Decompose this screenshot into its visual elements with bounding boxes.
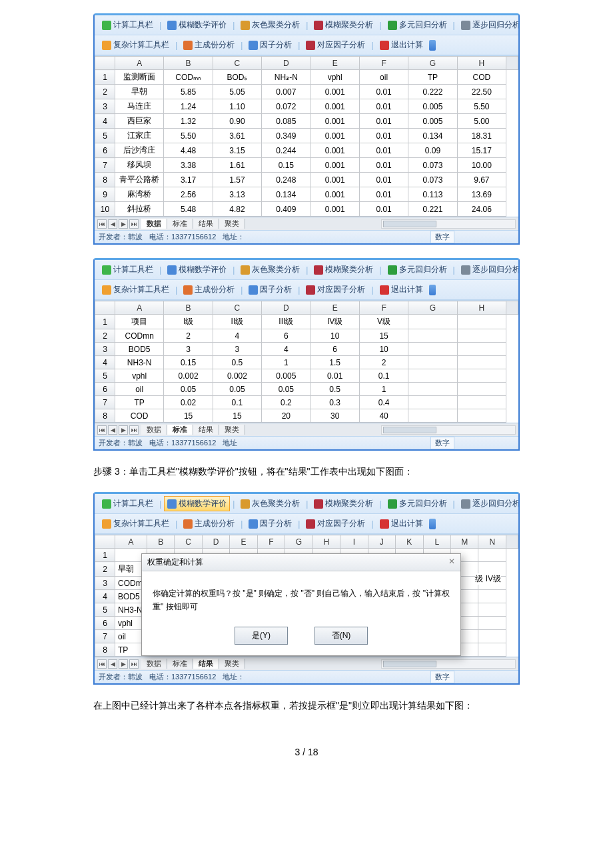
- fuzzy-eval-button[interactable]: 模糊数学评价: [164, 496, 230, 511]
- col-header[interactable]: C: [213, 301, 261, 315]
- factor-button[interactable]: 因子分析: [245, 37, 295, 53]
- cell[interactable]: 0.90: [213, 114, 261, 129]
- cell[interactable]: 0.02: [164, 396, 213, 409]
- cell[interactable]: 0.01: [359, 173, 408, 187]
- cell[interactable]: NH₃-N: [262, 70, 310, 85]
- cell[interactable]: 监测断面: [115, 70, 164, 85]
- cell[interactable]: NH3-N: [115, 356, 164, 369]
- cell[interactable]: vphl: [115, 369, 164, 383]
- col-header[interactable]: G: [408, 57, 457, 70]
- calc-toolbar-button[interactable]: 计算工具栏: [99, 496, 157, 511]
- exit-calc-button[interactable]: 退出计算: [376, 516, 426, 531]
- cell[interactable]: 0.349: [262, 129, 310, 143]
- factor-button[interactable]: 因子分析: [245, 282, 295, 297]
- cell[interactable]: COD: [115, 409, 164, 423]
- cell[interactable]: 5.50: [457, 99, 506, 114]
- fuzzy-cluster-button[interactable]: 模糊聚类分析: [310, 17, 376, 33]
- fuzzy-cluster-button[interactable]: 模糊聚类分析: [310, 262, 376, 277]
- row-header[interactable]: 2: [95, 562, 115, 577]
- cell[interactable]: 0.085: [262, 114, 310, 129]
- col-header[interactable]: N: [478, 535, 506, 549]
- cell[interactable]: 0.01: [359, 99, 408, 114]
- cell[interactable]: [457, 356, 506, 369]
- cell[interactable]: 0.001: [310, 187, 359, 202]
- cell[interactable]: 0.05: [164, 383, 213, 396]
- cell[interactable]: [457, 315, 506, 329]
- corr-factor-button[interactable]: 对应因子分析: [303, 516, 368, 531]
- cell[interactable]: 移风坝: [115, 158, 164, 173]
- cell[interactable]: 4: [262, 343, 310, 356]
- tab-nav-first[interactable]: ⏮: [97, 219, 107, 229]
- cell[interactable]: 0.5: [213, 356, 261, 369]
- cell[interactable]: 1.61: [213, 158, 261, 173]
- cell[interactable]: 20: [262, 409, 310, 423]
- cell[interactable]: 10: [359, 343, 408, 356]
- tab-nav-last[interactable]: ⏭: [129, 219, 139, 229]
- cell[interactable]: 10.00: [457, 158, 506, 173]
- row-header[interactable]: 6: [95, 617, 115, 630]
- close-icon[interactable]: ✕: [448, 557, 455, 568]
- cell[interactable]: 1: [262, 356, 310, 369]
- cell[interactable]: 西巨家: [115, 114, 164, 129]
- col-header[interactable]: M: [450, 535, 478, 549]
- corr-factor-button[interactable]: 对应因子分析: [303, 282, 368, 297]
- tab-nav-prev[interactable]: ◀: [108, 425, 117, 435]
- corr-factor-button[interactable]: 对应因子分析: [303, 37, 368, 53]
- cell[interactable]: [457, 396, 506, 409]
- cell[interactable]: 0.01: [359, 85, 408, 99]
- cell[interactable]: 5.85: [164, 85, 213, 99]
- cell[interactable]: 麻湾桥: [115, 187, 164, 202]
- cell[interactable]: 2: [359, 356, 408, 369]
- cell[interactable]: 5.00: [457, 114, 506, 129]
- cell[interactable]: 0.134: [262, 187, 310, 202]
- sheet-tab-cluster[interactable]: 聚类: [219, 219, 245, 229]
- col-header[interactable]: F: [359, 301, 408, 315]
- cell[interactable]: 0.05: [213, 383, 261, 396]
- cell[interactable]: 0.001: [310, 129, 359, 143]
- cell[interactable]: 2.56: [164, 187, 213, 202]
- fuzzy-cluster-button[interactable]: 模糊聚类分析: [310, 496, 376, 511]
- col-header[interactable]: H: [457, 301, 506, 315]
- cell[interactable]: 10: [310, 329, 359, 343]
- tab-nav-first[interactable]: ⏮: [97, 659, 107, 669]
- cell[interactable]: 0.4: [359, 396, 408, 409]
- sheet-tab-cluster[interactable]: 聚类: [219, 425, 245, 435]
- col-header[interactable]: B: [164, 301, 213, 315]
- cell[interactable]: [408, 409, 457, 423]
- cell[interactable]: 0.01: [359, 114, 408, 129]
- cell[interactable]: 0.005: [262, 369, 310, 383]
- cell[interactable]: 江家庄: [115, 129, 164, 143]
- col-header[interactable]: E: [230, 535, 257, 549]
- cell[interactable]: 斜拉桥: [115, 202, 164, 217]
- sheet-tab-data[interactable]: 数据: [141, 219, 167, 229]
- toolbar-overflow-icon[interactable]: [429, 519, 436, 529]
- cell[interactable]: 30: [310, 409, 359, 423]
- sheet-tab-std[interactable]: 标准: [167, 659, 193, 669]
- cell[interactable]: [457, 343, 506, 356]
- col-header[interactable]: C: [213, 57, 261, 70]
- tab-nav-prev[interactable]: ◀: [108, 659, 117, 669]
- sheet-tab-result[interactable]: 结果: [193, 425, 219, 435]
- cell[interactable]: 0.01: [359, 187, 408, 202]
- cell[interactable]: 1.5: [310, 356, 359, 369]
- cell[interactable]: 0.01: [359, 202, 408, 217]
- cell[interactable]: 0.222: [408, 85, 457, 99]
- cell[interactable]: 24.06: [457, 202, 506, 217]
- col-header[interactable]: D: [262, 301, 310, 315]
- exit-calc-button[interactable]: 退出计算: [376, 282, 426, 297]
- cell[interactable]: [478, 590, 506, 603]
- cell[interactable]: [408, 396, 457, 409]
- cell[interactable]: 0.01: [359, 158, 408, 173]
- tab-nav-next[interactable]: ▶: [119, 425, 128, 435]
- row-header[interactable]: 1: [95, 549, 115, 562]
- calc-toolbar-button[interactable]: 计算工具栏: [99, 17, 157, 33]
- cell[interactable]: vphl: [310, 70, 359, 85]
- sheet-tab-result[interactable]: 结果: [193, 219, 219, 229]
- cell[interactable]: V级: [359, 315, 408, 329]
- tab-nav-last[interactable]: ⏭: [129, 659, 139, 669]
- cell[interactable]: 6: [310, 343, 359, 356]
- row-header[interactable]: 7: [95, 396, 115, 409]
- col-header[interactable]: K: [396, 535, 423, 549]
- horizontal-scrollbar[interactable]: [381, 425, 516, 435]
- col-header[interactable]: B: [164, 57, 213, 70]
